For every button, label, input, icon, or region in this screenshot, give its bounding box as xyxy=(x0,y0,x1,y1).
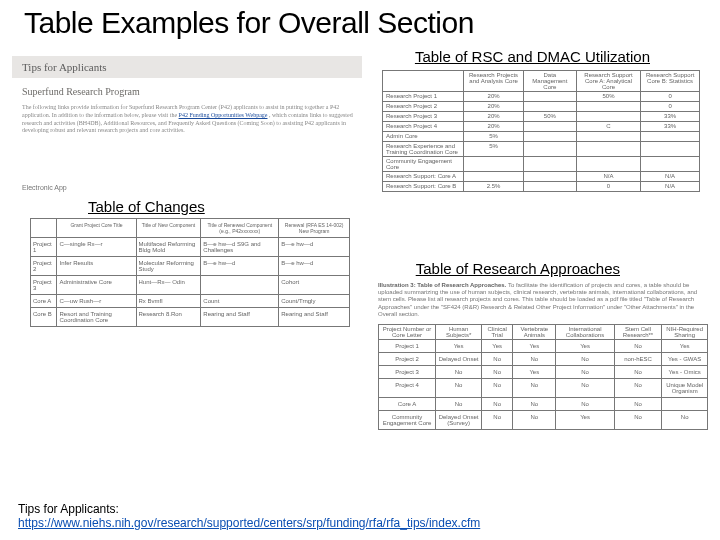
srp-link[interactable]: P42 Funding Opportunities Webpage xyxy=(179,112,268,118)
cell: Delayed Onset (Survey) xyxy=(436,410,482,429)
cell: Molecular Reforming Study xyxy=(136,257,201,276)
srp-heading: Superfund Research Program xyxy=(22,86,140,97)
cell: No xyxy=(482,397,513,410)
col-header: Research Support Core A: Analytical Core xyxy=(576,71,641,92)
table-row: Project 2Delayed OnsetNoNoNonon-hESCYes … xyxy=(379,352,708,365)
table-row: Project Number or Core LetterHuman Subje… xyxy=(379,324,708,339)
cell: Core B xyxy=(31,308,57,327)
tips-banner: Tips for Applicants xyxy=(12,56,362,78)
cell: 33% xyxy=(641,112,700,122)
cell: Research Support: Core B xyxy=(383,182,464,192)
cell: Research Experience and Training Coordin… xyxy=(383,142,464,157)
cell: Project 3 xyxy=(31,276,57,295)
table-row: Core AC—uw Rush—rRx BvmflCountCount/Trng… xyxy=(31,295,350,308)
cell: Unique Model Organism xyxy=(662,378,708,397)
cell: Rearing and Staff xyxy=(279,308,350,327)
cell xyxy=(523,102,576,112)
cell: No xyxy=(662,410,708,429)
cell: Yes xyxy=(513,339,556,352)
cell: Project 2 xyxy=(31,257,57,276)
cell: No xyxy=(436,378,482,397)
cell: Yes - Omics xyxy=(662,365,708,378)
cell: non-hESC xyxy=(614,352,662,365)
cell: 50% xyxy=(576,92,641,102)
col-header: International Collaborations xyxy=(556,324,614,339)
cell: Multifaced Reforming Bldg Mold xyxy=(136,238,201,257)
cell xyxy=(641,132,700,142)
cell: Infer Results xyxy=(57,257,136,276)
cell: Project 4 xyxy=(379,378,436,397)
cell: Core A xyxy=(31,295,57,308)
cell: Research Project 4 xyxy=(383,122,464,132)
cell xyxy=(576,142,641,157)
cell: No xyxy=(614,378,662,397)
subhead-changes: Table of Changes xyxy=(88,198,205,215)
footer: Tips for Applicants: https://www.niehs.n… xyxy=(18,502,480,530)
cell: Rearing and Staff xyxy=(201,308,279,327)
cell: Yes xyxy=(556,410,614,429)
col-header: Stem Cell Research** xyxy=(614,324,662,339)
cell xyxy=(523,182,576,192)
footer-link[interactable]: https://www.niehs.nih.gov/research/suppo… xyxy=(18,516,480,530)
cell: No xyxy=(436,365,482,378)
cell: Cohort xyxy=(279,276,350,295)
cell: Administrative Core xyxy=(57,276,136,295)
cell: Resort and Training Coordination Core xyxy=(57,308,136,327)
cell xyxy=(464,172,524,182)
cell xyxy=(641,142,700,157)
table-row: Research Project 420%C33% xyxy=(383,122,700,132)
col-header: Project Number or Core Letter xyxy=(379,324,436,339)
cell: C xyxy=(576,122,641,132)
approaches-wrapper: Illustration 3: Table of Research Approa… xyxy=(378,282,708,430)
cell: Project 3 xyxy=(379,365,436,378)
col-header: Renewal (RFA ES 14-002) New Program xyxy=(279,219,350,238)
table-row: Project 1YesYesYesYesNoYes xyxy=(379,339,708,352)
cell: No xyxy=(513,352,556,365)
table-row: Research Project 220%0 xyxy=(383,102,700,112)
table-row: Project 4NoNoNoNoNoUnique Model Organism xyxy=(379,378,708,397)
cell: Research 8.Ron xyxy=(136,308,201,327)
cell: No xyxy=(614,410,662,429)
cell: C—uw Rush—r xyxy=(57,295,136,308)
table-rsc: Research Projects and Analysis CoreData … xyxy=(382,70,700,192)
table-row: Project 3NoNoYesNoNoYes - Omics xyxy=(379,365,708,378)
subhead-approaches: Table of Research Approaches xyxy=(416,260,620,277)
cell: B—e hw—d S9G and Challenges xyxy=(201,238,279,257)
cell xyxy=(523,157,576,172)
col-header: NIH-Required Sharing xyxy=(662,324,708,339)
cell: No xyxy=(556,352,614,365)
cell: N/A xyxy=(576,172,641,182)
cell: B—e hw—d xyxy=(279,238,350,257)
cell: Project 1 xyxy=(31,238,57,257)
cell xyxy=(641,157,700,172)
cell: Admin Core xyxy=(383,132,464,142)
table-row: Admin Core5% xyxy=(383,132,700,142)
col-header xyxy=(31,219,57,238)
table-row: Community Engagement CoreDelayed Onset (… xyxy=(379,410,708,429)
cell: Research Support: Core A xyxy=(383,172,464,182)
cell xyxy=(523,92,576,102)
table-row: Research Projects and Analysis CoreData … xyxy=(383,71,700,92)
cell xyxy=(576,157,641,172)
cell: Research Project 2 xyxy=(383,102,464,112)
cell: Yes xyxy=(436,339,482,352)
cell: No xyxy=(614,365,662,378)
cell: 20% xyxy=(464,102,524,112)
table-row: Project 1C—single Rx—rMultifaced Reformi… xyxy=(31,238,350,257)
col-header xyxy=(383,71,464,92)
cell: 2.5% xyxy=(464,182,524,192)
table-row: Research Project 120%50%0 xyxy=(383,92,700,102)
cell: B—e hw—d xyxy=(279,257,350,276)
cell: Rx Bvmfl xyxy=(136,295,201,308)
table-row: Grant Project Core TitleTitle of New Com… xyxy=(31,219,350,238)
cell: 33% xyxy=(641,122,700,132)
cell: N/A xyxy=(641,172,700,182)
col-header: Title of New Component xyxy=(136,219,201,238)
cell: Count xyxy=(201,295,279,308)
table-row: Research Experience and Training Coordin… xyxy=(383,142,700,157)
cell: No xyxy=(556,365,614,378)
cell: Community Engagement Core xyxy=(383,157,464,172)
col-header: Vertebrate Animals xyxy=(513,324,556,339)
col-header: Clinical Trial xyxy=(482,324,513,339)
cell: Community Engagement Core xyxy=(379,410,436,429)
